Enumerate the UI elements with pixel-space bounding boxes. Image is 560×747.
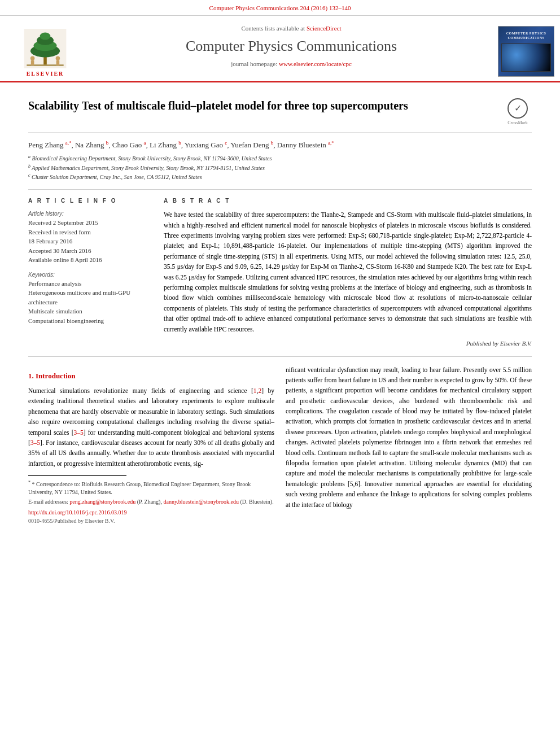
introduction-section: 1. Introduction Numerical simulations re… xyxy=(28,365,532,526)
intro-right-column: nificant ventricular dysfunction may res… xyxy=(286,365,532,526)
elsevier-tree-icon xyxy=(23,29,68,68)
ref-1[interactable]: 1 xyxy=(253,387,257,394)
science-direct-line: Contents lists available at ScienceDirec… xyxy=(96,24,487,33)
citation-text: Computer Physics Communications 204 (201… xyxy=(209,5,351,11)
ref-3-5b[interactable]: 3–5 xyxy=(30,439,40,446)
svg-point-7 xyxy=(30,56,34,60)
intro-left-column: 1. Introduction Numerical simulations re… xyxy=(28,365,274,526)
publisher-logo: ELSEVIER xyxy=(0,21,90,81)
journal-homepage: journal homepage: www.elsevier.com/locat… xyxy=(96,59,487,69)
main-content: Scalability Test of multiscale fluid–pla… xyxy=(0,82,560,531)
intro-right-text: nificant ventricular dysfunction may res… xyxy=(286,365,532,510)
elsevier-logo: ELSEVIER xyxy=(23,29,68,78)
intro-heading: 1. Introduction xyxy=(28,370,274,382)
affiliation-b: b Applied Mathematics Department, Stony … xyxy=(28,163,532,172)
abstract-column: A B S T R A C T We have tested the scala… xyxy=(164,196,532,348)
abstract-text: We have tested the scalability of three … xyxy=(164,209,532,334)
homepage-url[interactable]: www.elsevier.com/locate/cpc xyxy=(279,60,352,67)
article-title-section: Scalability Test of multiscale fluid–pla… xyxy=(28,88,532,133)
available-online-date: Available online 8 April 2016 xyxy=(28,255,152,265)
keyword-1: Performance analysis xyxy=(28,279,152,289)
published-by: Published by Elsevier B.V. xyxy=(164,339,532,348)
authors-line: Peng Zhang a,*, Na Zhang b, Chao Gao a, … xyxy=(28,139,532,151)
affiliations: a Biomedical Engineering Department, Sto… xyxy=(28,154,532,181)
svg-point-9 xyxy=(56,56,60,60)
crossmark-badge[interactable]: ✓ CrossMark xyxy=(504,98,532,126)
ref-3-5[interactable]: 3–5 xyxy=(73,429,83,436)
keyword-2: Heterogeneous multicore and multi-GPU ar… xyxy=(28,288,152,307)
accepted-date: Accepted 30 March 2016 xyxy=(28,246,152,256)
cover-visualization xyxy=(501,43,551,72)
article-info-abstract: A R T I C L E I N F O Article history: R… xyxy=(28,189,532,348)
svg-rect-10 xyxy=(56,60,60,65)
keyword-4: Computational bioengineering xyxy=(28,316,152,326)
journal-title: Computer Physics Communications xyxy=(96,35,487,57)
abstract-label: A B S T R A C T xyxy=(164,196,532,205)
keyword-3: Multiscale simulation xyxy=(28,307,152,316)
journal-cover: COMPUTER PHYSICS COMMUNICATIONS xyxy=(492,21,560,81)
article-info-column: A R T I C L E I N F O Article history: R… xyxy=(28,196,152,348)
footnote-correspondence: * * Correspondence to: Biofluids Researc… xyxy=(28,479,274,496)
crossmark-icon: ✓ xyxy=(508,98,528,119)
email-danny[interactable]: danny.bluestein@stonybrook.edu xyxy=(163,499,239,505)
issn-text: 0010-4655/Published by Elsevier B.V. xyxy=(28,517,274,525)
revised-label: Received in revised form xyxy=(28,228,152,237)
journal-info: Contents lists available at ScienceDirec… xyxy=(90,21,492,81)
science-direct-link[interactable]: ScienceDirect xyxy=(307,25,342,32)
article-title: Scalability Test of multiscale fluid–pla… xyxy=(28,98,492,113)
affiliation-a: a Biomedical Engineering Department, Sto… xyxy=(28,154,532,163)
revised-date: 18 February 2016 xyxy=(28,237,152,246)
doi-link[interactable]: http://dx.doi.org/10.1016/j.cpc.2016.03.… xyxy=(28,508,274,517)
svg-point-5 xyxy=(40,32,51,40)
authors-section: Peng Zhang a,*, Na Zhang b, Chao Gao a, … xyxy=(28,139,532,182)
cover-title: COMPUTER PHYSICS COMMUNICATIONS xyxy=(498,29,554,43)
elsevier-text: ELSEVIER xyxy=(27,69,64,78)
crossmark-label: CrossMark xyxy=(508,120,528,126)
cover-image: COMPUTER PHYSICS COMMUNICATIONS xyxy=(498,26,554,77)
section-divider xyxy=(28,356,532,357)
email-peng[interactable]: peng.zhang@stonybrook.edu xyxy=(69,499,135,505)
intro-left-text: Numerical simulations revolutionize many… xyxy=(28,386,274,469)
received-date: Received 2 September 2015 xyxy=(28,218,152,228)
article-history: Article history: Received 2 September 20… xyxy=(28,209,152,265)
ref-2[interactable]: 2 xyxy=(258,387,261,394)
svg-rect-8 xyxy=(31,60,34,65)
top-bar: Computer Physics Communications 204 (201… xyxy=(0,0,560,16)
footnote-divider xyxy=(28,475,126,476)
affiliation-c: c Cluster Solution Department, Cray Inc.… xyxy=(28,172,532,181)
article-info-label: A R T I C L E I N F O xyxy=(28,196,152,205)
journal-header: ELSEVIER Contents lists available at Sci… xyxy=(0,16,560,82)
footnote-email: E-mail addresses: peng.zhang@stonybrook.… xyxy=(28,498,274,506)
keywords-section: Keywords: Performance analysis Heterogen… xyxy=(28,270,152,326)
